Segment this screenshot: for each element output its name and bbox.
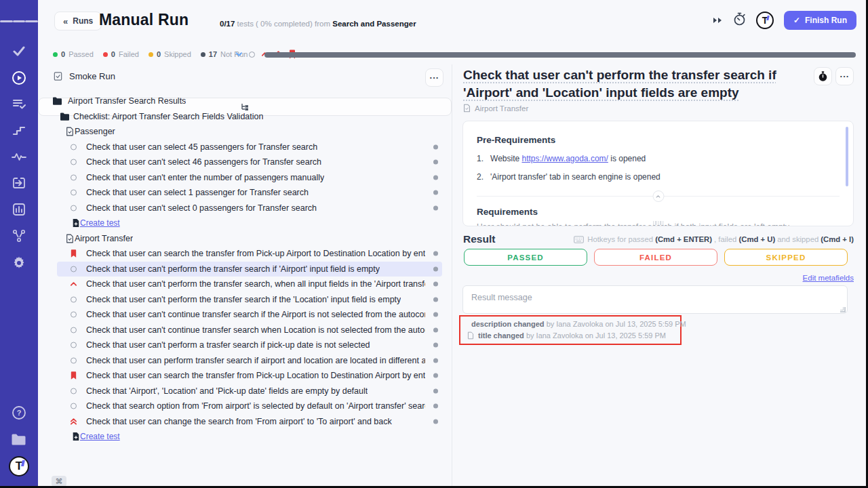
history-entry: title changed by Iana Zavoloka on Jul 13… bbox=[467, 331, 680, 340]
test-label: Check that user can select 1 passenger f… bbox=[86, 188, 309, 197]
test-row[interactable]: Check that user can search the transfer … bbox=[38, 368, 452, 384]
play-circle-icon[interactable] bbox=[0, 68, 38, 88]
pre-requirement-item: 2. 'Airport transfer' tab in search engi… bbox=[477, 172, 853, 182]
result-message-input[interactable] bbox=[462, 285, 848, 314]
run-status-row: 0Passed 0Failed 0Skipped 17Not Run bbox=[38, 45, 866, 65]
edit-metafields-link[interactable]: Edit metafields bbox=[803, 274, 854, 282]
tree-suite[interactable]: Airport Transfer bbox=[38, 231, 452, 247]
suite-breadcrumb[interactable]: Airport Transfer bbox=[463, 104, 528, 113]
test-row[interactable]: Check that user can search the transfer … bbox=[38, 246, 452, 262]
skipped-button[interactable]: SKIPPED bbox=[724, 249, 848, 266]
completed-text: ( 0% completed) from bbox=[256, 20, 330, 28]
test-status-dot[interactable] bbox=[433, 144, 438, 149]
test-row-selected[interactable]: Check that user can't perform the transf… bbox=[38, 262, 452, 277]
test-label: Check that user can't perform a trasfer … bbox=[86, 340, 370, 350]
test-status-dot[interactable] bbox=[433, 266, 438, 271]
card-scrollbar[interactable] bbox=[846, 127, 848, 186]
test-row[interactable]: Check that user can perform transfer sea… bbox=[38, 353, 452, 369]
test-status-dot[interactable] bbox=[433, 251, 438, 256]
test-label: Check that user can't select 0 passenger… bbox=[86, 203, 317, 213]
run-board-icon bbox=[53, 71, 63, 81]
test-detail-title[interactable]: Check that user can't perform the transf… bbox=[463, 66, 802, 102]
collapse-toggle-button[interactable] bbox=[652, 190, 664, 202]
agoda-link[interactable]: https://www.agoda.com/ bbox=[521, 154, 608, 163]
stopwatch-icon[interactable] bbox=[733, 12, 746, 28]
priority-flag-icon bbox=[68, 371, 79, 380]
skipped-count[interactable]: 0Skipped bbox=[149, 50, 191, 58]
test-row[interactable]: Check that user can't enter the number o… bbox=[38, 170, 452, 186]
check-icon[interactable] bbox=[0, 41, 38, 61]
finish-run-button[interactable]: ✓ Finish Run bbox=[784, 11, 856, 30]
card-resize-handle[interactable] bbox=[653, 221, 664, 225]
test-row[interactable]: Check that user can't perform the transf… bbox=[38, 292, 452, 308]
tree-more-button[interactable]: ... bbox=[425, 68, 443, 87]
test-label: Check that user can search the transfer … bbox=[86, 371, 425, 380]
test-status-dot[interactable] bbox=[433, 282, 438, 287]
inbox-arrow-icon[interactable] bbox=[0, 173, 38, 193]
test-status-dot[interactable] bbox=[433, 404, 438, 409]
test-status-dot[interactable] bbox=[433, 160, 438, 165]
test-status-dot[interactable] bbox=[433, 388, 438, 393]
test-row[interactable]: Check that user can select 1 passenger f… bbox=[38, 185, 452, 201]
run-name-row[interactable]: Smoke Run bbox=[53, 71, 115, 81]
passed-count[interactable]: 0Passed bbox=[53, 50, 94, 58]
test-status-dot[interactable] bbox=[433, 175, 438, 180]
test-row[interactable]: Check that search option from 'From airp… bbox=[38, 399, 452, 414]
test-row[interactable]: Check that user can't select 0 passenger… bbox=[38, 201, 452, 216]
list-check-icon[interactable] bbox=[0, 94, 38, 114]
create-test-row[interactable]: Create test bbox=[38, 429, 452, 445]
create-test-row[interactable]: Create test bbox=[38, 216, 452, 231]
status-circle-icon bbox=[68, 388, 79, 394]
svg-text:?: ? bbox=[17, 409, 22, 417]
test-row[interactable]: Check that user can change the search fr… bbox=[38, 414, 452, 430]
test-status-dot[interactable] bbox=[433, 205, 438, 210]
run-progress-bar[interactable] bbox=[264, 52, 856, 58]
test-status-dot[interactable] bbox=[433, 190, 438, 195]
pulse-icon[interactable] bbox=[0, 146, 38, 167]
failed-button[interactable]: FAILED bbox=[594, 249, 717, 266]
help-icon[interactable]: ? bbox=[0, 403, 38, 423]
test-status-dot[interactable] bbox=[433, 312, 438, 317]
passed-button[interactable]: PASSED bbox=[464, 249, 587, 266]
user-avatar[interactable]: T bbox=[9, 456, 29, 476]
back-to-runs-button[interactable]: « Runs bbox=[54, 12, 102, 30]
tree-folder[interactable]: Checklist: Airport Transfer Search Field… bbox=[38, 109, 452, 125]
test-status-dot[interactable] bbox=[433, 373, 438, 378]
failed-count[interactable]: 0Failed bbox=[103, 50, 139, 58]
test-row[interactable]: Check that user can't select 46 passenge… bbox=[38, 155, 452, 170]
test-label: Check that search option from 'From airp… bbox=[86, 401, 425, 411]
circle-outline-icon[interactable] bbox=[249, 52, 255, 58]
run-source: Search and Passenger bbox=[332, 20, 416, 28]
chart-icon[interactable] bbox=[0, 199, 38, 220]
status-circle-icon bbox=[68, 190, 79, 196]
test-tree: Airport Transfer Search Results Checklis… bbox=[38, 94, 452, 445]
steps-icon[interactable] bbox=[0, 120, 38, 140]
test-row[interactable]: Check that user can't continue transfer … bbox=[38, 323, 452, 338]
detail-more-button[interactable]: ... bbox=[835, 67, 854, 85]
branch-icon[interactable] bbox=[0, 226, 38, 246]
timer-button[interactable] bbox=[814, 67, 832, 85]
test-row[interactable]: Check that 'Airport', 'Location' and 'Pi… bbox=[38, 384, 452, 399]
fast-forward-icon[interactable] bbox=[712, 16, 723, 24]
section-divider bbox=[477, 190, 840, 201]
test-status-dot[interactable] bbox=[433, 419, 438, 424]
test-status-dot[interactable] bbox=[433, 327, 438, 332]
tree-folder[interactable]: Airport Transfer Search Results bbox=[38, 94, 452, 109]
test-row[interactable]: Check that user can't perform the transf… bbox=[38, 277, 452, 292]
test-status-dot[interactable] bbox=[433, 297, 438, 302]
menu-icon[interactable] bbox=[0, 11, 38, 31]
test-status-dot[interactable] bbox=[433, 343, 438, 348]
test-label: Check that user can't continue transfer … bbox=[86, 310, 425, 319]
tree-suite[interactable]: Passenger bbox=[38, 124, 452, 140]
test-status-dot[interactable] bbox=[433, 358, 438, 363]
gear-icon[interactable] bbox=[0, 253, 38, 273]
test-row[interactable]: Check that user can't continue transfer … bbox=[38, 307, 452, 323]
folder-icon[interactable] bbox=[0, 429, 38, 449]
workspace-avatar[interactable]: T bbox=[756, 12, 774, 29]
list-number: 2. bbox=[477, 172, 484, 182]
test-row[interactable]: Check that user can select 45 passengers… bbox=[38, 140, 452, 155]
test-label: Check that user can't perform the transf… bbox=[86, 264, 380, 274]
test-row[interactable]: Check that user can't perform a trasfer … bbox=[38, 338, 452, 353]
chevron-down-icon[interactable] bbox=[235, 52, 243, 57]
command-key-badge: ⌘ bbox=[52, 476, 66, 487]
